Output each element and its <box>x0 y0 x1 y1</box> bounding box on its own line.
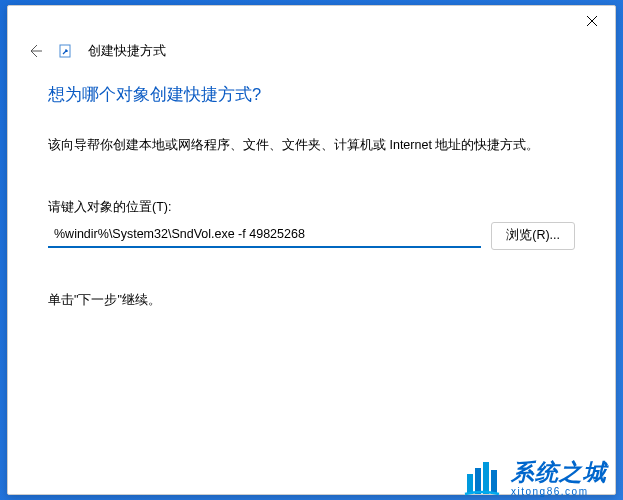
header-row: 创建快捷方式 <box>8 38 615 60</box>
titlebar <box>8 6 615 38</box>
window-title: 创建快捷方式 <box>88 43 166 60</box>
create-shortcut-dialog: 创建快捷方式 想为哪个对象创建快捷方式? 该向导帮你创建本地或网络程序、文件、文… <box>7 5 616 495</box>
shortcut-wizard-icon <box>58 43 74 59</box>
svg-rect-4 <box>467 474 473 494</box>
svg-rect-6 <box>483 462 489 494</box>
input-row: 浏览(R)... <box>48 222 575 250</box>
watermark-main: 系统之城 <box>511 457 607 488</box>
close-button[interactable] <box>569 6 615 36</box>
close-icon <box>587 16 597 26</box>
svg-rect-3 <box>60 45 70 57</box>
browse-button[interactable]: 浏览(R)... <box>491 222 575 250</box>
watermark: 系统之城 xitong86.com <box>461 456 607 498</box>
main-heading: 想为哪个对象创建快捷方式? <box>48 84 575 106</box>
description-text: 该向导帮你创建本地或网络程序、文件、文件夹、计算机或 Internet 地址的快… <box>48 136 575 155</box>
watermark-text: 系统之城 xitong86.com <box>511 457 607 497</box>
watermark-sub: xitong86.com <box>511 486 607 497</box>
watermark-logo-icon <box>461 456 503 498</box>
back-arrow-icon <box>27 43 43 59</box>
content-area: 想为哪个对象创建快捷方式? 该向导帮你创建本地或网络程序、文件、文件夹、计算机或… <box>8 60 615 309</box>
instruction-text: 单击"下一步"继续。 <box>48 292 575 309</box>
location-input[interactable] <box>48 222 481 248</box>
back-button[interactable] <box>26 42 44 60</box>
svg-rect-7 <box>491 470 497 494</box>
location-label: 请键入对象的位置(T): <box>48 199 575 216</box>
svg-rect-5 <box>475 468 481 494</box>
